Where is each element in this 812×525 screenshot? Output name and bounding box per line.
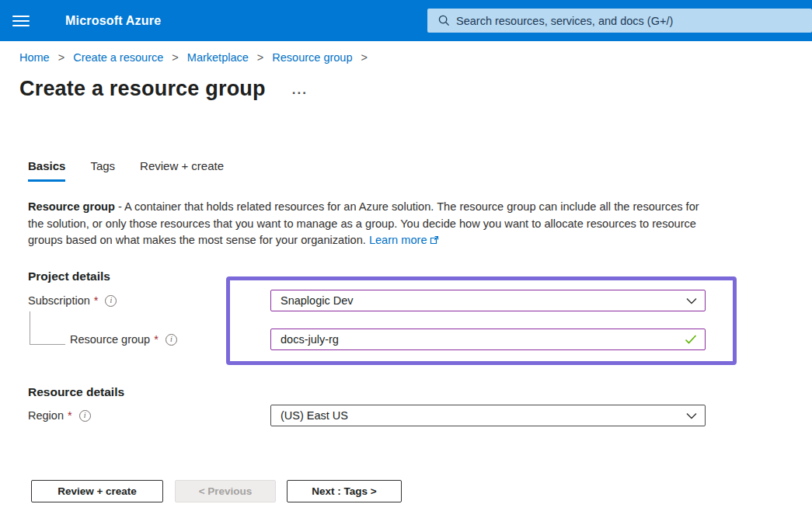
hamburger-icon	[12, 12, 30, 30]
breadcrumb-link-resource-group[interactable]: Resource group	[272, 51, 352, 64]
context-menu-button[interactable]: ...	[292, 82, 308, 96]
region-label: Region * i	[28, 409, 91, 422]
resource-group-label-text: Resource group	[70, 333, 150, 346]
breadcrumb: Home > Create a resource > Marketplace >…	[19, 51, 373, 64]
subscription-value: Snaplogic Dev	[281, 294, 686, 307]
subscription-label: Subscription * i	[28, 294, 117, 307]
wizard-footer: Review + create < Previous Next : Tags >	[31, 480, 402, 502]
region-label-text: Region	[28, 409, 64, 422]
required-asterisk: *	[94, 294, 99, 307]
required-asterisk: *	[68, 409, 72, 422]
resource-group-info-icon[interactable]: i	[166, 334, 177, 346]
hamburger-menu-button[interactable]	[0, 0, 42, 41]
search-icon	[438, 15, 450, 26]
search-input[interactable]	[456, 15, 806, 27]
breadcrumb-link-home[interactable]: Home	[19, 51, 50, 64]
previous-button: < Previous	[175, 480, 276, 502]
description-lead: Resource group	[28, 200, 115, 213]
resource-group-label: Resource group * i	[70, 333, 177, 346]
chevron-down-icon	[686, 297, 697, 304]
region-info-icon[interactable]: i	[79, 410, 91, 422]
resource-details-heading: Resource details	[28, 385, 124, 399]
required-asterisk: *	[154, 333, 159, 346]
tab-basics[interactable]: Basics	[28, 159, 65, 182]
wizard-tabs: Basics Tags Review + create	[28, 159, 224, 182]
breadcrumb-separator: >	[361, 51, 368, 64]
breadcrumb-link-marketplace[interactable]: Marketplace	[187, 51, 249, 64]
subscription-dropdown[interactable]: Snaplogic Dev	[270, 290, 706, 311]
global-search[interactable]	[427, 9, 812, 33]
valid-check-icon	[685, 335, 697, 344]
tab-review-create[interactable]: Review + create	[140, 159, 224, 182]
resource-group-description: Resource group - A container that holds …	[28, 199, 706, 249]
subscription-label-text: Subscription	[28, 294, 90, 307]
learn-more-label: Learn more	[369, 234, 427, 246]
region-dropdown[interactable]: (US) East US	[270, 405, 706, 426]
region-value: (US) East US	[281, 409, 686, 422]
external-link-icon	[430, 235, 439, 245]
breadcrumb-separator: >	[172, 51, 178, 64]
resource-group-input[interactable]	[281, 333, 685, 346]
resource-group-field	[270, 329, 706, 350]
next-tags-button[interactable]: Next : Tags >	[287, 480, 402, 502]
review-create-button[interactable]: Review + create	[31, 480, 163, 502]
description-body: - A container that holds related resourc…	[28, 200, 699, 246]
tab-tags[interactable]: Tags	[90, 159, 115, 182]
learn-more-link[interactable]: Learn more	[369, 234, 439, 246]
top-bar: Microsoft Azure	[0, 0, 812, 41]
chevron-down-icon	[686, 412, 697, 419]
project-details-heading: Project details	[28, 269, 110, 283]
subscription-info-icon[interactable]: i	[105, 295, 117, 307]
breadcrumb-separator: >	[58, 51, 64, 64]
brand-title: Microsoft Azure	[65, 14, 161, 28]
breadcrumb-link-create-a-resource[interactable]: Create a resource	[73, 51, 163, 64]
parent-child-connector-line	[30, 311, 65, 345]
breadcrumb-separator: >	[257, 51, 263, 64]
page-title: Create a resource group	[19, 77, 266, 101]
